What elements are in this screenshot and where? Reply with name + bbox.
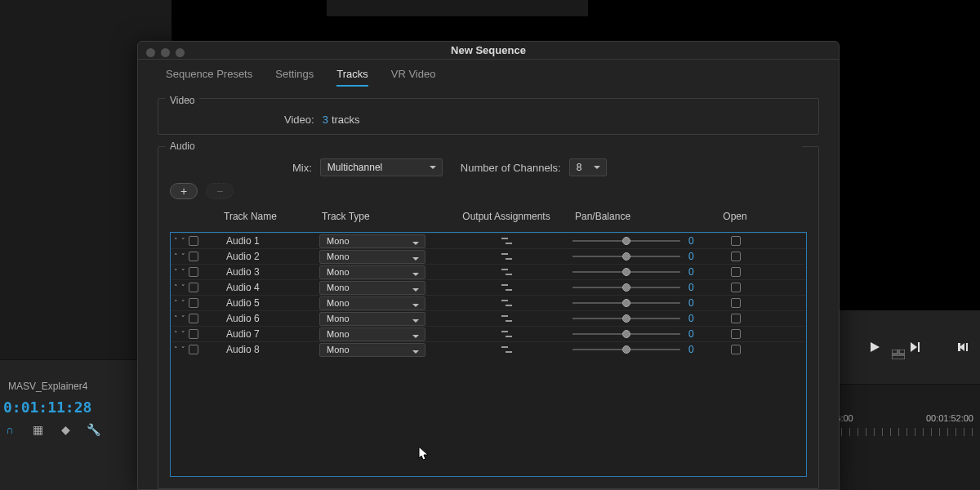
pan-knob[interactable] (622, 330, 630, 338)
track-name-cell[interactable]: Audio 7 (221, 328, 319, 340)
track-type-select[interactable]: Mono (319, 250, 425, 264)
open-checkbox[interactable] (731, 267, 741, 277)
output-assignment-icon[interactable] (501, 314, 513, 323)
row-move-down-icon[interactable]: ˅ (181, 345, 185, 354)
pan-slider[interactable] (572, 302, 680, 304)
pan-slider[interactable] (572, 240, 680, 242)
row-select-checkbox[interactable] (189, 252, 198, 261)
row-select-checkbox[interactable] (189, 236, 198, 246)
track-name-cell[interactable]: Audio 4 (221, 282, 319, 293)
row-move-up-icon[interactable]: ˄ (174, 268, 178, 276)
step-forward-button[interactable] (902, 337, 929, 357)
mix-select[interactable]: Multichannel (320, 158, 443, 176)
view-mode-icon[interactable] (892, 348, 905, 363)
track-type-select[interactable]: Mono (319, 296, 425, 310)
row-move-down-icon[interactable]: ˅ (181, 330, 185, 338)
pan-knob[interactable] (622, 268, 630, 276)
pan-value[interactable]: 0 (688, 251, 703, 262)
open-checkbox[interactable] (731, 345, 741, 354)
pan-value[interactable]: 0 (688, 235, 703, 247)
pan-value[interactable]: 0 (688, 282, 703, 293)
row-move-down-icon[interactable]: ˅ (181, 252, 185, 261)
row-move-down-icon[interactable]: ˅ (181, 283, 185, 292)
track-name-cell[interactable]: Audio 8 (221, 344, 319, 355)
row-move-up-icon[interactable]: ˄ (174, 252, 178, 261)
row-select-checkbox[interactable] (189, 298, 198, 308)
settings-icon[interactable]: 🔧 (87, 423, 100, 436)
pan-value[interactable]: 0 (688, 297, 703, 309)
track-type-select[interactable]: Mono (319, 265, 425, 279)
tab-vr-video[interactable]: VR Video (391, 68, 436, 87)
open-checkbox[interactable] (731, 329, 741, 339)
window-zoom-icon[interactable] (176, 48, 185, 57)
row-move-up-icon[interactable]: ˄ (174, 299, 178, 307)
track-row[interactable]: ˄˅Audio 6Mono0 (171, 310, 806, 326)
timecode-display[interactable]: 0:01:11:28 (3, 400, 91, 415)
tab-tracks[interactable]: Tracks (336, 68, 368, 87)
pan-slider[interactable] (572, 271, 680, 273)
pan-knob[interactable] (622, 237, 630, 245)
track-row[interactable]: ˄˅Audio 2Mono0 (171, 248, 806, 264)
add-track-button[interactable]: + (170, 183, 198, 199)
track-name-cell[interactable]: Audio 3 (221, 266, 319, 278)
pan-knob[interactable] (622, 283, 630, 292)
output-assignment-icon[interactable] (501, 345, 513, 354)
open-checkbox[interactable] (731, 252, 741, 261)
track-name-cell[interactable]: Audio 1 (221, 235, 319, 247)
output-assignment-icon[interactable] (501, 252, 513, 261)
track-type-select[interactable]: Mono (319, 312, 425, 326)
track-type-select[interactable]: Mono (319, 281, 425, 295)
row-move-down-icon[interactable]: ˅ (181, 237, 185, 245)
window-minimize-icon[interactable] (161, 48, 170, 57)
track-row[interactable]: ˄˅Audio 1Mono0 (171, 233, 806, 248)
output-assignment-icon[interactable] (501, 236, 513, 246)
output-assignment-icon[interactable] (501, 267, 513, 277)
track-row[interactable]: ˄˅Audio 4Mono0 (171, 279, 806, 295)
row-move-down-icon[interactable]: ˅ (181, 314, 185, 323)
open-checkbox[interactable] (731, 236, 741, 246)
pan-slider[interactable] (572, 287, 680, 288)
output-assignment-icon[interactable] (501, 298, 513, 308)
row-move-up-icon[interactable]: ˄ (174, 237, 178, 245)
pan-value[interactable]: 0 (688, 266, 703, 278)
pan-value[interactable]: 0 (688, 344, 703, 355)
pan-knob[interactable] (622, 314, 630, 323)
time-ruler-ticks[interactable] (817, 428, 980, 436)
track-type-select[interactable]: Mono (319, 343, 425, 357)
output-assignment-icon[interactable] (501, 283, 513, 292)
pan-knob[interactable] (622, 252, 630, 261)
tab-sequence-presets[interactable]: Sequence Presets (166, 68, 252, 87)
track-name-cell[interactable]: Audio 2 (221, 251, 319, 262)
pan-value[interactable]: 0 (688, 313, 703, 324)
row-move-down-icon[interactable]: ˅ (181, 268, 185, 276)
row-select-checkbox[interactable] (189, 329, 198, 339)
row-move-up-icon[interactable]: ˄ (174, 330, 178, 338)
track-type-select[interactable]: Mono (319, 234, 425, 248)
pan-slider[interactable] (572, 318, 680, 319)
open-checkbox[interactable] (731, 314, 741, 323)
video-tracks-count[interactable]: 3 (323, 114, 328, 126)
snap-icon[interactable]: ∩ (3, 423, 16, 436)
row-move-up-icon[interactable]: ˄ (174, 345, 178, 354)
pan-slider[interactable] (572, 349, 680, 350)
window-close-icon[interactable] (146, 48, 155, 57)
track-table[interactable]: ˄˅Audio 1Mono0˄˅Audio 2Mono0˄˅Audio 3Mon… (170, 232, 807, 477)
pan-slider[interactable] (572, 256, 680, 257)
linked-selection-icon[interactable]: ▦ (31, 423, 44, 436)
pan-knob[interactable] (622, 299, 630, 307)
pan-slider[interactable] (572, 333, 680, 335)
pan-value[interactable]: 0 (688, 328, 703, 340)
pan-knob[interactable] (622, 345, 630, 354)
row-select-checkbox[interactable] (189, 283, 198, 292)
row-move-up-icon[interactable]: ˄ (174, 314, 178, 323)
dialog-titlebar[interactable]: New Sequence (138, 42, 839, 60)
track-name-cell[interactable]: Audio 5 (221, 297, 319, 309)
tab-settings[interactable]: Settings (275, 68, 314, 87)
track-row[interactable]: ˄˅Audio 7Mono0 (171, 326, 806, 341)
row-move-up-icon[interactable]: ˄ (174, 283, 178, 292)
track-row[interactable]: ˄˅Audio 5Mono0 (171, 295, 806, 310)
track-type-select[interactable]: Mono (319, 327, 425, 341)
track-name-cell[interactable]: Audio 6 (221, 313, 319, 324)
open-checkbox[interactable] (731, 283, 741, 292)
row-select-checkbox[interactable] (189, 314, 198, 323)
